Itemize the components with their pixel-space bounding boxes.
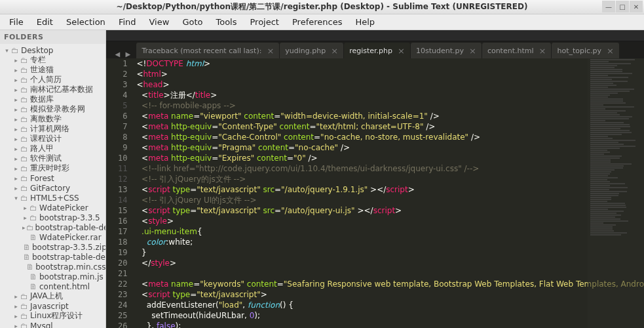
tree-folder[interactable]: ▸🗀Javascript bbox=[0, 301, 105, 311]
code-line[interactable]: <meta http-equiv="Cache-Control" content… bbox=[136, 132, 644, 142]
tab-close-icon[interactable]: × bbox=[469, 46, 476, 56]
menu-tools[interactable]: Tools bbox=[209, 15, 243, 29]
code-line[interactable] bbox=[136, 268, 644, 279]
tree-label: GitFactory bbox=[30, 184, 70, 193]
line-number: 26 bbox=[106, 321, 127, 328]
tab[interactable]: content.html× bbox=[482, 43, 552, 58]
tree-label: HTML5+CSS bbox=[30, 194, 79, 203]
tree-folder[interactable]: ▸🗀南林记忆基本数据 bbox=[0, 85, 105, 94]
code-line[interactable]: color:white; bbox=[136, 237, 644, 247]
nav-fwd-icon[interactable]: ▶ bbox=[123, 49, 132, 58]
tree-folder[interactable]: ▸🗀路人甲 bbox=[0, 144, 105, 154]
tree-file[interactable]: 🗎bootstrap.min.js bbox=[0, 272, 105, 281]
code-line[interactable]: <!-- for-mobile-apps --> bbox=[136, 100, 644, 111]
line-number: 16 bbox=[106, 216, 127, 226]
code-content[interactable]: <!DOCTYPE html><html><head> <title>注册</t… bbox=[134, 58, 644, 328]
tab-close-icon[interactable]: × bbox=[267, 46, 274, 56]
tree-folder[interactable]: ▸🗀专栏 bbox=[0, 55, 105, 65]
menu-file[interactable]: File bbox=[3, 15, 30, 29]
tab-close-icon[interactable]: × bbox=[331, 46, 338, 56]
minimize-button[interactable]: — bbox=[602, 1, 615, 12]
menu-find[interactable]: Find bbox=[112, 15, 143, 29]
code-line[interactable]: </style> bbox=[136, 258, 644, 268]
menu-selection[interactable]: Selection bbox=[60, 15, 112, 29]
tree-label: 重庆时时彩 bbox=[30, 163, 69, 174]
menu-view[interactable]: View bbox=[143, 15, 176, 29]
code-line[interactable]: <meta name="viewport" content="width=dev… bbox=[136, 111, 644, 121]
menu-edit[interactable]: Edit bbox=[30, 15, 60, 29]
code-line[interactable]: <html> bbox=[136, 69, 644, 79]
menu-help[interactable]: Help bbox=[349, 15, 381, 29]
code-line[interactable]: <script type="text/javascript" src="/aut… bbox=[136, 184, 644, 195]
tab-close-icon[interactable]: × bbox=[539, 46, 546, 56]
tree-folder[interactable]: ▸🗀重庆时时彩 bbox=[0, 163, 105, 173]
tree-file[interactable]: 🗎WdatePicker.rar bbox=[0, 232, 105, 242]
tree-folder[interactable]: ▸🗀世途猫 bbox=[0, 65, 105, 75]
tree-folder[interactable]: ▸🗀GitFactory bbox=[0, 183, 105, 193]
code-line[interactable]: <head> bbox=[136, 79, 644, 90]
code-line[interactable]: <!--link href="http://code.jquery.com/ui… bbox=[136, 163, 644, 174]
tab-close-icon[interactable]: × bbox=[607, 46, 614, 56]
code-line[interactable]: } bbox=[136, 247, 644, 258]
code-line[interactable]: <meta http-equiv="Content-Type" content=… bbox=[136, 121, 644, 132]
tree-folder[interactable]: ▸🗀bootstrap-table-develop bbox=[0, 222, 105, 232]
tree-folder[interactable]: ▸🗀bootstrap-3.3.5 bbox=[0, 213, 105, 222]
code-line[interactable]: .ui-menu-item{ bbox=[136, 226, 644, 237]
folder-icon: 🗀 bbox=[20, 95, 29, 104]
code-line[interactable]: <meta name="keywords" content="Seafaring… bbox=[136, 279, 644, 289]
code-line[interactable]: addEventListener("load", function() { bbox=[136, 300, 644, 310]
maximize-button[interactable]: □ bbox=[616, 1, 629, 12]
code-line[interactable]: <!DOCTYPE html> bbox=[136, 58, 644, 69]
tab[interactable]: hot_topic.py× bbox=[552, 43, 619, 58]
tree-file[interactable]: 🗎content.html bbox=[0, 281, 105, 291]
nav-back-icon[interactable]: ◀ bbox=[113, 49, 122, 58]
tab[interactable]: register.php× bbox=[344, 43, 410, 58]
tab[interactable]: 10student.py× bbox=[411, 43, 482, 58]
code-view[interactable]: 1234567891011121314151617181920212223242… bbox=[106, 58, 644, 328]
tree-file[interactable]: 🗎bootstrap.min.css bbox=[0, 262, 105, 272]
menu-preferences[interactable]: Preferences bbox=[286, 15, 349, 29]
code-line[interactable]: <script type="text/javascript"> bbox=[136, 289, 644, 300]
tree-file[interactable]: 🗎bootstrap-3.3.5.zip bbox=[0, 242, 105, 252]
tree-folder[interactable]: ▸🗀模拟登录教务网 bbox=[0, 104, 105, 114]
tree-folder[interactable]: ▾🗀Desktop bbox=[0, 45, 105, 55]
disclosure-icon: ▸ bbox=[13, 165, 19, 172]
code-line[interactable]: <script type="text/javascript" src="/aut… bbox=[136, 205, 644, 216]
tree-folder[interactable]: ▸🗀课程设计 bbox=[0, 134, 105, 144]
tree-folder[interactable]: ▸🗀Mysql bbox=[0, 321, 105, 328]
tree-file[interactable]: 🗎bootstrap-table-develop.zip bbox=[0, 252, 105, 262]
menu-goto[interactable]: Goto bbox=[176, 15, 209, 29]
tree-folder[interactable]: ▸🗀数据库 bbox=[0, 94, 105, 104]
line-number: 23 bbox=[106, 289, 127, 300]
close-button[interactable]: ✕ bbox=[630, 1, 643, 12]
folder-tree[interactable]: ▾🗀Desktop▸🗀专栏▸🗀世途猫▸🗀个人简历▸🗀南林记忆基本数据▸🗀数据库▸… bbox=[0, 44, 105, 328]
tree-folder[interactable]: ▸🗀离散数学 bbox=[0, 114, 105, 124]
tab[interactable]: yuding.php× bbox=[280, 43, 343, 58]
tree-folder[interactable]: ▸🗀Forest bbox=[0, 173, 105, 183]
minimap[interactable] bbox=[588, 58, 644, 328]
tree-folder[interactable]: ▸🗀个人简历 bbox=[0, 75, 105, 85]
disclosure-icon: ▸ bbox=[13, 136, 19, 142]
tree-folder[interactable]: ▸🗀计算机网络 bbox=[0, 124, 105, 134]
code-line[interactable]: setTimeout(hideURLbar, 0); bbox=[136, 310, 644, 321]
code-line[interactable]: }, false); bbox=[136, 321, 644, 328]
tree-label: WdatePicker bbox=[39, 203, 88, 213]
code-line[interactable]: <!-- 引入jQuery的js文件 --> bbox=[136, 174, 644, 184]
code-line[interactable]: <meta http-equiv="Pragma" content="no-ca… bbox=[136, 142, 644, 153]
tree-folder[interactable]: ▸🗀Linux程序设计 bbox=[0, 311, 105, 321]
line-number: 13 bbox=[106, 184, 127, 195]
disclosure-icon: ▸ bbox=[22, 215, 28, 221]
code-line[interactable]: <meta http-equiv="Expires" content="0" /… bbox=[136, 153, 644, 163]
code-line[interactable]: <title>注册</title> bbox=[136, 90, 644, 100]
tree-folder[interactable]: ▾🗀HTML5+CSS bbox=[0, 193, 105, 203]
tab-close-icon[interactable]: × bbox=[398, 46, 405, 56]
tab-nav: ◀ ▶ bbox=[109, 49, 136, 58]
tab[interactable]: Traceback (most recent call last):× bbox=[136, 43, 279, 58]
menu-project[interactable]: Project bbox=[243, 15, 285, 29]
tree-folder[interactable]: ▸🗀WdatePicker bbox=[0, 203, 105, 213]
code-line[interactable]: <!-- 引入jQuery UI的js文件 --> bbox=[136, 195, 644, 205]
tab-label: yuding.php bbox=[285, 47, 326, 55]
tree-folder[interactable]: ▸🗀JAVA上机 bbox=[0, 291, 105, 301]
code-line[interactable]: <style> bbox=[136, 216, 644, 226]
tree-folder[interactable]: ▸🗀软件测试 bbox=[0, 154, 105, 163]
